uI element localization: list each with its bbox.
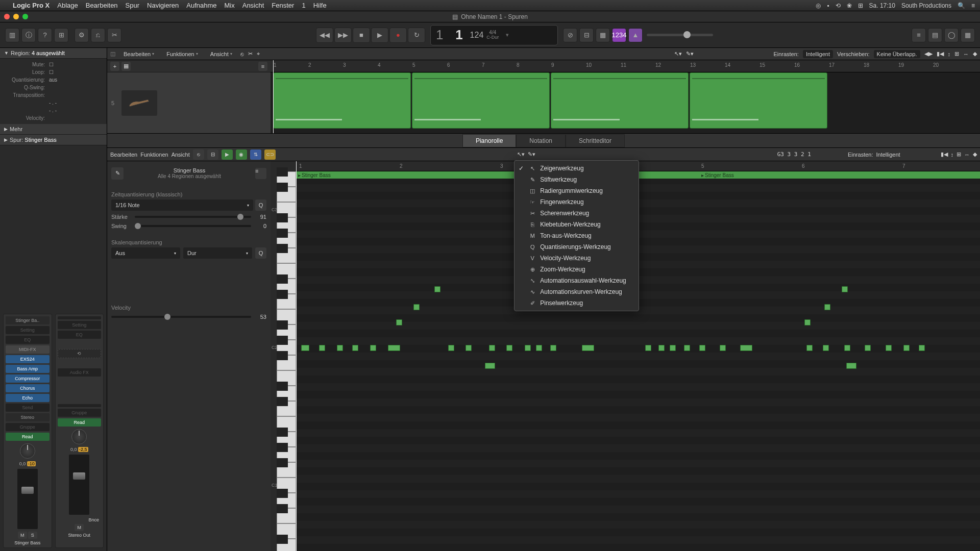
group-slot[interactable]: Gruppe: [58, 409, 102, 417]
mute-checkbox[interactable]: ☐: [49, 62, 54, 67]
tool-icon[interactable]: ✂: [248, 51, 253, 57]
automation-mode[interactable]: Read: [58, 418, 102, 427]
swing-value[interactable]: 0: [254, 223, 266, 229]
record-button[interactable]: ●: [389, 28, 407, 43]
strength-slider[interactable]: [135, 216, 251, 218]
midi-note[interactable]: [396, 319, 402, 325]
black-key[interactable]: [277, 274, 288, 284]
tab-notation[interactable]: Notation: [516, 134, 566, 147]
eq-slot[interactable]: EQ: [58, 331, 102, 339]
velocity-slider[interactable]: [111, 316, 251, 318]
midi-note[interactable]: [699, 345, 705, 351]
tool-menu-item[interactable]: ✂Scherenwerkzeug: [514, 208, 639, 219]
scale-root-select[interactable]: Aus: [111, 247, 180, 259]
midi-region[interactable]: [273, 72, 411, 129]
notes-button[interactable]: ▤: [928, 28, 942, 42]
black-key[interactable]: [277, 428, 288, 437]
menu-aufnahme[interactable]: Aufnahme: [186, 2, 216, 9]
black-key[interactable]: [277, 244, 288, 253]
status-icon[interactable]: ⟲: [836, 2, 841, 9]
quantize-button[interactable]: Q: [255, 199, 266, 211]
arrange-area[interactable]: 1234567891011121314151617181920: [271, 60, 980, 133]
move-select[interactable]: Keine Überlapp.: [874, 50, 920, 58]
black-key[interactable]: [277, 458, 288, 467]
instrument-slot[interactable]: EXS24: [6, 355, 50, 363]
count-in-button[interactable]: ▦: [596, 28, 610, 42]
midi-note[interactable]: [658, 345, 665, 351]
list-button[interactable]: ≡: [912, 28, 926, 42]
fx-slot[interactable]: Echo: [6, 394, 50, 402]
play-button[interactable]: ▶: [371, 28, 388, 43]
velocity-value[interactable]: 53: [254, 314, 266, 320]
menu-spur[interactable]: Spur: [126, 2, 139, 9]
audiofx-slot[interactable]: Audio FX: [58, 368, 102, 377]
tool-icon[interactable]: ⎋: [193, 149, 204, 160]
nav-icon[interactable]: ↕: [951, 152, 954, 158]
black-key[interactable]: [277, 397, 288, 406]
midi-note[interactable]: [886, 345, 892, 351]
setting-slot[interactable]: Setting: [58, 321, 102, 329]
lcd-beat[interactable]: 1: [455, 27, 464, 42]
strength-value[interactable]: 91: [254, 214, 266, 220]
loop-checkbox[interactable]: ☐: [49, 69, 54, 75]
clock[interactable]: Sa. 17:10: [869, 2, 895, 9]
pan-knob[interactable]: [20, 443, 35, 459]
swing-slider[interactable]: [135, 225, 251, 227]
nav-icon[interactable]: ⊞: [954, 51, 959, 57]
master-volume-slider[interactable]: [647, 34, 713, 36]
functions-menu[interactable]: Funktionen: [140, 152, 168, 158]
midi-note[interactable]: [448, 345, 454, 351]
tool-menu-item[interactable]: ✓↖Zeigerwerkzeug: [514, 163, 639, 174]
midi-in-button[interactable]: ▶: [222, 149, 233, 160]
view-menu[interactable]: Ansicht: [172, 152, 190, 158]
menu-ansicht[interactable]: Ansicht: [242, 2, 264, 9]
snap-select[interactable]: Intelligent: [803, 50, 833, 58]
tool-icon[interactable]: ⊟: [207, 149, 218, 160]
nav-icon[interactable]: ▮◀: [937, 51, 944, 57]
tool-menu-item[interactable]: ✐Pinselwerkzeug: [514, 297, 639, 309]
midi-region[interactable]: [690, 72, 827, 129]
toolbar-button[interactable]: ⊞: [54, 28, 68, 42]
tool-menu-item[interactable]: ∿Automationskurven-Werkzeug: [514, 286, 639, 297]
setting-button[interactable]: Stinger Ba..: [6, 316, 50, 324]
setting-slot[interactable]: [58, 316, 102, 319]
tool-menu-item[interactable]: QQuantisierungs-Werkzeug: [514, 241, 639, 253]
eq-slot[interactable]: EQ: [6, 336, 50, 344]
status-icon[interactable]: ◎: [816, 2, 821, 9]
editors-button[interactable]: ✂: [107, 28, 121, 42]
midi-note[interactable]: [465, 345, 472, 351]
region-header[interactable]: ▼ Region: 4 ausgewählt: [0, 48, 107, 59]
search-icon[interactable]: 🔍: [958, 2, 965, 9]
midi-note[interactable]: [823, 345, 829, 351]
param-value[interactable]: - . -: [49, 108, 57, 113]
fx-slot[interactable]: Bass Amp: [6, 365, 50, 373]
menu-navigieren[interactable]: Navigieren: [147, 2, 179, 9]
menu-1[interactable]: 1: [302, 2, 305, 9]
tool-menu-item[interactable]: VVelocity-Werkzeug: [514, 253, 639, 264]
midi-region[interactable]: [551, 72, 689, 129]
black-key[interactable]: [277, 320, 288, 330]
quantize-value[interactable]: aus: [49, 77, 57, 83]
midi-note[interactable]: [319, 345, 325, 351]
menu-bearbeiten[interactable]: Bearbeiten: [86, 2, 118, 9]
menu-ablage[interactable]: Ablage: [57, 2, 78, 9]
replace-button[interactable]: ⊘: [563, 28, 577, 42]
playhead[interactable]: [296, 161, 297, 551]
collapse-button[interactable]: ⇅: [250, 149, 261, 160]
edit-menu[interactable]: Bearbeiten: [119, 50, 158, 58]
tuner-button[interactable]: ▲: [628, 28, 643, 42]
volume-fader[interactable]: [69, 455, 89, 515]
solo-button[interactable]: S: [28, 532, 37, 539]
help-button[interactable]: ?: [38, 28, 52, 42]
midi-note[interactable]: [434, 286, 440, 292]
edit-menu[interactable]: Bearbeiten: [110, 152, 137, 158]
piano-keyboard[interactable]: C3C2C1: [271, 161, 296, 551]
midi-note[interactable]: [489, 345, 495, 351]
black-key[interactable]: [277, 489, 288, 498]
disclosure-icon[interactable]: ▼: [4, 51, 9, 56]
midi-note[interactable]: [842, 286, 848, 292]
link-button[interactable]: ⊂⊃: [264, 149, 276, 160]
tool-menu-item[interactable]: ⤡Automationsauswahl-Werkzeug: [514, 275, 639, 286]
midi-note[interactable]: [370, 345, 376, 351]
black-key[interactable]: [277, 167, 288, 177]
